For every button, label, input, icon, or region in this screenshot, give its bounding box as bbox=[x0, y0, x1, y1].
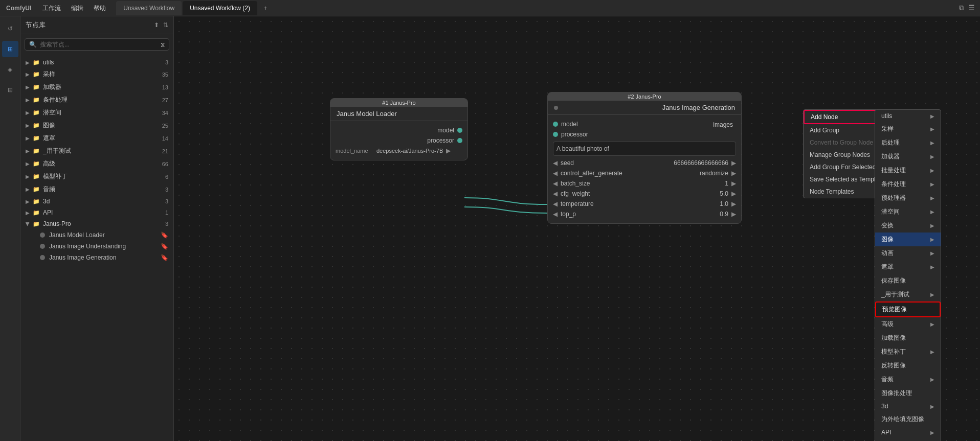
sidebar-item-modelpatch[interactable]: ▶ 📁 模型补丁 6 bbox=[20, 170, 173, 183]
slider-right-cfg[interactable]: ▶ bbox=[731, 190, 736, 197]
menu-help[interactable]: 帮助 bbox=[88, 0, 111, 16]
bookmark-icon[interactable]: ⊟ bbox=[2, 82, 18, 98]
slider-right-control[interactable]: ▶ bbox=[731, 170, 736, 177]
node-output-model: model bbox=[330, 125, 467, 135]
sub-img-batch-label: 图像批处理 bbox=[881, 389, 912, 398]
play-icon[interactable]: ▶ bbox=[446, 147, 451, 154]
slider-value-seed: 6666666666666666 bbox=[657, 159, 728, 167]
tab-add-button[interactable]: + bbox=[258, 1, 273, 15]
sub-advanced[interactable]: 高级 ▶ bbox=[875, 317, 941, 331]
sub-loaders[interactable]: 加载器 ▶ bbox=[875, 150, 941, 164]
sidebar-item-loaders[interactable]: ▶ 📁 加载器 13 bbox=[20, 81, 173, 94]
node-body-2: model processor images A beautiful photo… bbox=[548, 115, 741, 223]
filter-icon[interactable]: ⧖ bbox=[161, 41, 165, 48]
sidebar-item-sampling[interactable]: ▶ 📁 采样 35 bbox=[20, 68, 173, 81]
bookmark-icon[interactable]: 🔖 bbox=[161, 231, 168, 239]
search-input[interactable] bbox=[40, 41, 158, 48]
slider-value-temp: 1.0 bbox=[657, 200, 728, 207]
slider-left-cfg[interactable]: ◀ bbox=[553, 190, 558, 197]
slider-left-temp[interactable]: ◀ bbox=[553, 200, 558, 207]
folder-icon: 📁 bbox=[33, 198, 40, 205]
category-label: Janus-Pro bbox=[43, 220, 162, 227]
sub-postprocess[interactable]: 后处理 ▶ bbox=[875, 136, 941, 150]
cube-icon[interactable]: ◈ bbox=[2, 61, 18, 78]
slider-right-batch[interactable]: ▶ bbox=[731, 180, 736, 187]
sidebar-item-audio[interactable]: ▶ 📁 音频 3 bbox=[20, 183, 173, 196]
sub-animation[interactable]: 动画 ▶ bbox=[875, 246, 941, 260]
sidebar-item-utils[interactable]: ▶ 📁 utils 3 bbox=[20, 57, 173, 68]
category-label: 采样 bbox=[43, 70, 159, 79]
sub-sampling[interactable]: 采样 ▶ bbox=[875, 122, 941, 136]
janus-image-generation[interactable]: Janus Image Generation 🔖 bbox=[35, 252, 173, 263]
slider-control: ◀ control_after_generate randomize ▶ bbox=[548, 168, 741, 178]
sub-test[interactable]: _用于测试 ▶ bbox=[875, 288, 941, 301]
sidebar-item-test[interactable]: ▶ 📁 _用于测试 21 bbox=[20, 145, 173, 157]
sidebar-item-api[interactable]: ▶ 📁 API 1 bbox=[20, 207, 173, 218]
slider-cfg: ◀ cfg_weight 5.0 ▶ bbox=[548, 189, 741, 199]
sub-mask[interactable]: 遮罩 ▶ bbox=[875, 260, 941, 274]
slider-right-temp[interactable]: ▶ bbox=[731, 200, 736, 207]
sub-latent[interactable]: 潜空间 ▶ bbox=[875, 205, 941, 219]
janus-sub-items: Janus Model Loader 🔖 Janus Image Underst… bbox=[20, 229, 173, 263]
sub-batch[interactable]: 批量处理 ▶ bbox=[875, 164, 941, 177]
sub-api[interactable]: API ▶ bbox=[875, 426, 941, 438]
sub-utils[interactable]: utils ▶ bbox=[875, 110, 941, 122]
sub-animation-label: 动画 bbox=[881, 249, 894, 258]
category-count: 25 bbox=[162, 123, 168, 129]
sidebar-item-image[interactable]: ▶ 📁 图像 25 bbox=[20, 119, 173, 132]
restore-icon[interactable]: ⧉ bbox=[959, 4, 964, 12]
menu-icon[interactable]: ☰ bbox=[968, 4, 975, 12]
sidebar-header-icons: ⬆ ⇅ bbox=[154, 21, 168, 29]
bookmark-icon[interactable]: 🔖 bbox=[161, 243, 168, 250]
sub-preprocessors-label: 预处理器 bbox=[881, 194, 906, 202]
sub-modelpatch[interactable]: 模型补丁 ▶ bbox=[875, 345, 941, 359]
janus-image-understanding[interactable]: Janus Image Understanding 🔖 bbox=[35, 241, 173, 252]
sub-3d[interactable]: 3d ▶ bbox=[875, 400, 941, 412]
sidebar-item-advanced[interactable]: ▶ 📁 高级 66 bbox=[20, 157, 173, 170]
port-label-processor-in: processor bbox=[561, 131, 588, 138]
sidebar-item-3d[interactable]: ▶ 📁 3d 3 bbox=[20, 196, 173, 207]
menu-workflow[interactable]: 工作流 bbox=[37, 0, 66, 16]
sub-preview-image[interactable]: 预览图像 bbox=[875, 301, 941, 317]
node-dot bbox=[40, 244, 45, 249]
sub-empty-image[interactable]: 空图像 bbox=[875, 438, 941, 441]
sidebar-item-mask[interactable]: ▶ 📁 遮罩 14 bbox=[20, 132, 173, 145]
sub-img-batch[interactable]: 图像批处理 bbox=[875, 386, 941, 400]
sub-save-image[interactable]: 保存图像 bbox=[875, 274, 941, 288]
upload-icon[interactable]: ⬆ bbox=[154, 21, 159, 29]
node-input-model: model bbox=[548, 119, 593, 129]
slider-left-batch[interactable]: ◀ bbox=[553, 180, 558, 187]
history-icon[interactable]: ↺ bbox=[2, 20, 18, 37]
slider-left-topp[interactable]: ◀ bbox=[553, 211, 558, 218]
sub-image[interactable]: 图像 ▶ bbox=[875, 233, 941, 246]
folder-icon: 📁 bbox=[33, 71, 40, 78]
sub-outpaint[interactable]: 为外绘填充图像 bbox=[875, 412, 941, 426]
tab-2[interactable]: Unsaved Workflow (2) bbox=[183, 1, 257, 15]
sub-preprocessors[interactable]: 预处理器 ▶ bbox=[875, 191, 941, 205]
category-count: 34 bbox=[162, 110, 168, 116]
node-text-prompt[interactable]: A beautiful photo of bbox=[553, 142, 736, 156]
sidebar-item-conditioning[interactable]: ▶ 📁 条件处理 27 bbox=[20, 94, 173, 106]
tab-1[interactable]: Unsaved Workflow bbox=[116, 1, 182, 15]
slider-left-seed[interactable]: ◀ bbox=[553, 159, 558, 167]
sort-icon[interactable]: ⇅ bbox=[163, 21, 168, 29]
slider-value-cfg: 5.0 bbox=[657, 190, 728, 197]
chevron-icon: ▶ bbox=[26, 110, 30, 115]
slider-label-temp: temperature bbox=[561, 200, 654, 207]
slider-left-control[interactable]: ◀ bbox=[553, 170, 558, 177]
canvas[interactable]: #1 Janus-Pro Janus Model Loader model pr… bbox=[174, 16, 980, 441]
sub-load-image[interactable]: 加载图像 bbox=[875, 331, 941, 345]
nodes-icon[interactable]: ⊞ bbox=[2, 41, 18, 57]
sidebar-item-janus[interactable]: ▶ 📁 Janus-Pro 3 bbox=[20, 218, 173, 229]
sub-audio[interactable]: 音频 ▶ bbox=[875, 373, 941, 386]
sub-conditioning[interactable]: 条件处理 ▶ bbox=[875, 177, 941, 191]
sub-invert[interactable]: 反转图像 bbox=[875, 359, 941, 373]
bookmark-icon[interactable]: 🔖 bbox=[161, 254, 168, 261]
slider-right-seed[interactable]: ▶ bbox=[731, 159, 736, 167]
sidebar-item-latent[interactable]: ▶ 📁 潜空间 34 bbox=[20, 106, 173, 119]
janus-model-loader[interactable]: Janus Model Loader 🔖 bbox=[35, 229, 173, 241]
menu-edit[interactable]: 编辑 bbox=[66, 0, 88, 16]
category-label: 条件处理 bbox=[43, 96, 159, 104]
slider-right-topp[interactable]: ▶ bbox=[731, 211, 736, 218]
sub-transform[interactable]: 变换 ▶ bbox=[875, 219, 941, 233]
